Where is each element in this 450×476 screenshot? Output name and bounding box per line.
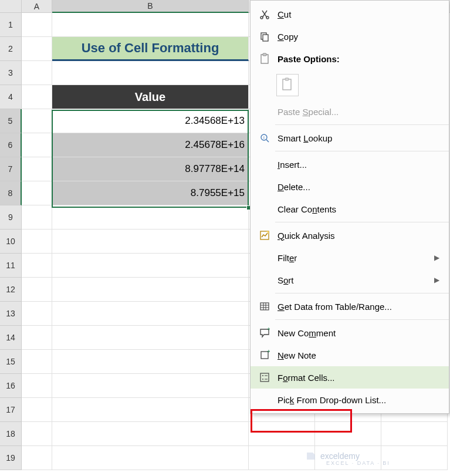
row-header-9[interactable]: 9 — [0, 205, 22, 229]
cell[interactable] — [381, 422, 448, 446]
menu-label: Paste Options: — [275, 54, 439, 64]
menu-filter[interactable]: Filter ▶ — [251, 247, 449, 269]
format-cells-icon — [254, 372, 275, 383]
cell[interactable] — [52, 350, 249, 374]
cell[interactable] — [22, 422, 52, 446]
data-cell[interactable]: 8.7955E+15 — [52, 181, 249, 205]
row-header-17[interactable]: 17 — [0, 398, 22, 422]
table-icon — [254, 301, 275, 312]
row-header-16[interactable]: 16 — [0, 374, 22, 398]
cell[interactable] — [22, 398, 52, 422]
row-header-11[interactable]: 11 — [0, 254, 22, 278]
cell[interactable] — [52, 13, 249, 37]
col-header-B[interactable]: B — [52, 0, 249, 13]
row-header-8[interactable]: 8 — [0, 181, 22, 205]
cell[interactable] — [22, 181, 52, 205]
cell[interactable] — [315, 422, 381, 446]
col-header-A[interactable]: A — [22, 0, 52, 12]
svg-rect-5 — [263, 53, 266, 56]
svg-text:+: + — [267, 350, 270, 355]
cell[interactable] — [22, 61, 52, 85]
note-icon: + — [254, 350, 275, 360]
data-cell[interactable]: 8.97778E+14 — [52, 157, 249, 181]
menu-pick-dropdown[interactable]: Pick From Drop-down List... — [251, 389, 449, 411]
row-header-5[interactable]: 5 — [0, 109, 22, 133]
cell[interactable] — [22, 157, 52, 181]
svg-text:i: i — [263, 135, 265, 140]
row-header-7[interactable]: 7 — [0, 157, 22, 181]
cell[interactable] — [381, 446, 448, 470]
menu-label: Quick Analysis — [275, 231, 439, 241]
row-header-1[interactable]: 1 — [0, 13, 22, 37]
cell[interactable] — [52, 254, 249, 278]
menu-label: Paste Special... — [275, 107, 439, 117]
cell[interactable] — [52, 446, 249, 470]
cell[interactable] — [22, 205, 52, 229]
cell[interactable] — [22, 374, 52, 398]
column-header-value[interactable]: Value — [52, 85, 249, 109]
comment-icon: + — [254, 328, 275, 338]
menu-sort[interactable]: Sort ▶ — [251, 269, 449, 291]
menu-label: Smart Lookup — [275, 133, 439, 143]
menu-cut[interactable]: Cut — [251, 3, 449, 25]
menu-new-note[interactable]: + New Note — [251, 344, 449, 366]
menu-format-cells[interactable]: Format Cells... — [251, 366, 449, 389]
watermark-tagline: EXCEL · DATA · BI — [326, 460, 390, 466]
copy-icon — [254, 31, 275, 42]
menu-label: Get Data from Table/Range... — [275, 302, 439, 312]
row-header-2[interactable]: 2 — [0, 37, 22, 61]
data-cell[interactable]: 2.45678E+16 — [52, 133, 249, 157]
cell[interactable] — [22, 254, 52, 278]
cell[interactable] — [52, 422, 249, 446]
cell[interactable] — [249, 422, 315, 446]
cell[interactable] — [22, 37, 52, 61]
row-header-13[interactable]: 13 — [0, 302, 22, 326]
menu-delete[interactable]: Delete... — [251, 175, 449, 198]
cell[interactable] — [22, 326, 52, 350]
menu-get-data[interactable]: Get Data from Table/Range... — [251, 295, 449, 318]
logo-icon — [305, 450, 317, 462]
watermark-text: exceldemy — [320, 451, 360, 461]
select-all-corner[interactable] — [0, 0, 22, 12]
title-cell[interactable]: Use of Cell Formatting — [52, 37, 249, 61]
cell[interactable] — [22, 13, 52, 37]
row-header-15[interactable]: 15 — [0, 350, 22, 374]
cell[interactable] — [22, 133, 52, 157]
cell[interactable] — [22, 446, 52, 470]
cell[interactable] — [22, 350, 52, 374]
menu-copy[interactable]: Copy — [251, 25, 449, 48]
paste-option-button[interactable] — [276, 74, 299, 96]
cell[interactable] — [52, 302, 249, 326]
cell[interactable] — [52, 374, 249, 398]
cell[interactable] — [52, 205, 249, 229]
cell[interactable] — [22, 109, 52, 133]
svg-point-22 — [262, 379, 263, 380]
menu-smart-lookup[interactable]: i Smart Lookup — [251, 127, 449, 149]
row-header-3[interactable]: 3 — [0, 61, 22, 85]
menu-clear-contents[interactable]: Clear Contents — [251, 198, 449, 220]
menu-insert[interactable]: Insert... — [251, 153, 449, 175]
cell[interactable] — [52, 398, 249, 422]
menu-label: Format Cells... — [275, 373, 439, 383]
cell[interactable] — [52, 229, 249, 254]
menu-new-comment[interactable]: + New Comment — [251, 322, 449, 344]
row-header-12[interactable]: 12 — [0, 278, 22, 302]
cell[interactable] — [52, 278, 249, 302]
menu-quick-analysis[interactable]: Quick Analysis — [251, 224, 449, 247]
menu-label: Filter — [275, 253, 434, 263]
data-cell[interactable]: 2.34568E+13 — [52, 109, 249, 133]
row-header-18[interactable]: 18 — [0, 422, 22, 446]
cell[interactable] — [52, 326, 249, 350]
menu-label: New Note — [275, 350, 439, 360]
row-header-19[interactable]: 19 — [0, 446, 22, 470]
cell[interactable] — [52, 61, 249, 85]
row-header-4[interactable]: 4 — [0, 85, 22, 109]
cell[interactable] — [22, 302, 52, 326]
row-header-10[interactable]: 10 — [0, 229, 22, 254]
cell[interactable] — [22, 229, 52, 254]
row-header-6[interactable]: 6 — [0, 133, 22, 157]
chevron-right-icon: ▶ — [434, 276, 439, 284]
row-header-14[interactable]: 14 — [0, 326, 22, 350]
cell[interactable] — [22, 278, 52, 302]
cell[interactable] — [22, 85, 52, 109]
